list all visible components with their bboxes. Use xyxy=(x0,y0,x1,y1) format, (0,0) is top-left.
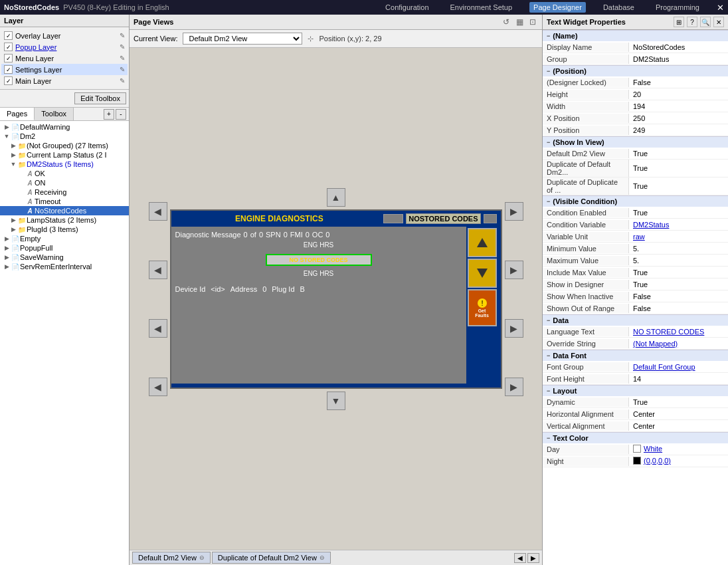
tree-remove-button[interactable]: - xyxy=(116,109,126,120)
section-name-label: (Name) xyxy=(553,32,577,40)
tree-item-plugid[interactable]: ▶ 📁 PlugId (3 Items) xyxy=(0,225,129,234)
nav-arrow-left-fourth[interactable]: ◀ xyxy=(149,378,167,396)
tree-item-receiving[interactable]: A Receiving xyxy=(0,187,129,197)
canvas-frame[interactable]: ENGINE DIAGNOSTICS NOSTORED CODES xyxy=(170,209,502,389)
btn-get-faults[interactable]: ! GetFaults xyxy=(468,289,497,326)
tab-nav-right[interactable]: ▶ xyxy=(527,553,539,563)
nav-arrow-right-fourth[interactable]: ▶ xyxy=(505,378,523,396)
day-swatch-box[interactable] xyxy=(633,445,641,453)
expand-servrementerinterval[interactable]: ▶ xyxy=(3,263,11,270)
tree-item-lampstatus[interactable]: ▶ 📁 LampStatus (2 Items) xyxy=(0,215,129,225)
section-layout-header[interactable]: − Layout xyxy=(543,385,728,396)
section-position-header[interactable]: − (Position) xyxy=(543,65,728,76)
nav-programming[interactable]: Programming xyxy=(652,2,703,13)
btn-down[interactable] xyxy=(468,259,497,288)
props-help-icon[interactable]: ? xyxy=(687,17,697,27)
layer-settings[interactable]: Settings Layer ✎ xyxy=(1,64,128,75)
layer-overlay-checkbox[interactable] xyxy=(4,31,13,40)
night-swatch-box[interactable] xyxy=(633,457,641,465)
grid-icon[interactable]: ▦ xyxy=(514,17,525,27)
close-button[interactable]: ✕ xyxy=(717,3,724,13)
expand-notgrouped[interactable]: ▶ xyxy=(9,142,17,149)
prop-font-group-value[interactable]: Default Font Group xyxy=(629,362,728,372)
nav-arrow-left-bottom[interactable]: ◀ xyxy=(149,261,167,279)
layer-main-edit-icon[interactable]: ✎ xyxy=(120,77,125,84)
selected-widget-display[interactable]: NO STORED CODES xyxy=(266,254,372,266)
layer-menu-edit-icon[interactable]: ✎ xyxy=(120,55,125,62)
nav-environment-setup[interactable]: Environment Setup xyxy=(446,2,517,13)
layer-main-checkbox[interactable] xyxy=(4,76,13,85)
view-tab-duplicate[interactable]: Duplicate of Default Dm2 View ⊖ xyxy=(212,552,331,564)
nav-configuration[interactable]: Configuration xyxy=(381,2,432,13)
layer-popup-checkbox[interactable] xyxy=(4,43,13,51)
btn-up[interactable] xyxy=(468,228,497,257)
nav-arrow-right-bottom[interactable]: ▶ xyxy=(505,261,523,279)
prop-language-text-value[interactable]: NO STORED CODES xyxy=(629,327,728,336)
props-grid-icon[interactable]: ⊞ xyxy=(674,17,684,27)
expand-currentlampstatus[interactable]: ▶ xyxy=(9,152,17,158)
expand-dm2[interactable]: ▼ xyxy=(3,133,11,140)
nav-arrow-left-top[interactable]: ◀ xyxy=(149,202,167,221)
expand-dm2status[interactable]: ▼ xyxy=(9,161,17,168)
expand-savewarning[interactable]: ▶ xyxy=(3,254,11,261)
layer-overlay[interactable]: Overlay Layer ✎ xyxy=(1,30,128,41)
nav-arrow-right-third[interactable]: ▶ xyxy=(505,319,523,338)
tree-item-currentlampstatus[interactable]: ▶ 📁 Current Lamp Status (2 I xyxy=(0,150,129,160)
prop-condition-variable-value[interactable]: DM2Status xyxy=(629,220,728,229)
layer-main[interactable]: Main Layer ✎ xyxy=(1,75,128,86)
tree-item-on[interactable]: A ON xyxy=(0,178,129,187)
nav-arrow-top[interactable]: ▲ xyxy=(327,188,345,207)
tab-toolbox[interactable]: Toolbox xyxy=(35,108,74,120)
refresh-icon[interactable]: ↺ xyxy=(501,17,511,27)
tab-pages[interactable]: Pages xyxy=(0,108,35,120)
night-color-link[interactable]: (0,0,0,0) xyxy=(644,457,671,465)
expand-empty[interactable]: ▶ xyxy=(3,235,11,242)
tree-item-empty[interactable]: ▶ 📄 Empty xyxy=(0,234,129,243)
expand-lampstatus[interactable]: ▶ xyxy=(9,217,17,223)
prop-override-string-value[interactable]: (Not Mapped) xyxy=(629,339,728,348)
tree-item-notgrouped[interactable]: ▶ 📁 (Not Grouped) (27 Items) xyxy=(0,141,129,150)
section-text-color-header[interactable]: − Text Color xyxy=(543,432,728,443)
expand-icon[interactable]: ⊡ xyxy=(527,17,538,27)
props-close-icon[interactable]: ✕ xyxy=(713,17,724,27)
tree-add-button[interactable]: + xyxy=(104,109,114,120)
tree-item-defaultwarning[interactable]: ▶ 📄 DefaultWarning xyxy=(0,122,129,132)
tree-item-popupfull[interactable]: ▶ 📄 PopupFull xyxy=(0,243,129,253)
nav-arrow-right-top[interactable]: ▶ xyxy=(505,202,523,221)
tree-item-ok[interactable]: A OK xyxy=(0,169,129,178)
section-data-header[interactable]: − Data xyxy=(543,314,728,326)
section-name-header[interactable]: − (Name) xyxy=(543,30,728,41)
current-view-select[interactable]: Default Dm2 View xyxy=(183,33,302,45)
layer-overlay-edit-icon[interactable]: ✎ xyxy=(120,32,125,39)
layer-menu[interactable]: Menu Layer ✎ xyxy=(1,53,128,64)
layer-popup-edit-icon[interactable]: ✎ xyxy=(120,43,125,51)
edit-toolbox-button[interactable]: Edit Toolbox xyxy=(74,92,126,104)
tree-item-timeout[interactable]: A Timeout xyxy=(0,197,129,206)
props-search-icon[interactable]: 🔍 xyxy=(700,17,711,27)
view-tab-default[interactable]: Default Dm2 View ⊖ xyxy=(132,552,211,564)
section-visible-condition-header[interactable]: − (Visible Condition) xyxy=(543,195,728,207)
expand-popupfull[interactable]: ▶ xyxy=(3,245,11,251)
nav-arrow-left-third[interactable]: ◀ xyxy=(149,319,167,338)
layer-popup[interactable]: Popup Layer ✎ xyxy=(1,41,128,53)
section-showinview-header[interactable]: − (Show In View) xyxy=(543,136,728,148)
nav-arrow-bottom[interactable]: ▼ xyxy=(327,392,345,410)
expand-plugid[interactable]: ▶ xyxy=(9,226,17,233)
tree-item-dm2[interactable]: ▼ 📄 Dm2 xyxy=(0,132,129,141)
prop-variable-unit-value[interactable]: raw xyxy=(629,232,728,241)
layer-settings-edit-icon[interactable]: ✎ xyxy=(120,66,125,73)
tree-item-dm2status[interactable]: ▼ 📁 DM2Status (5 Items) xyxy=(0,160,129,169)
nav-page-designer[interactable]: Page Designer xyxy=(529,2,586,13)
view-tab-default-close[interactable]: ⊖ xyxy=(199,554,205,561)
layer-menu-checkbox[interactable] xyxy=(4,54,13,62)
tree-item-nostoredcodes[interactable]: A NoStoredCodes xyxy=(0,206,129,215)
tab-nav-left[interactable]: ◀ xyxy=(514,553,526,563)
tree-item-servrementerinterval[interactable]: ▶ 📄 ServRemEnterInterval xyxy=(0,262,129,271)
tree-item-savewarning[interactable]: ▶ 📄 SaveWarning xyxy=(0,253,129,262)
section-data-font-header[interactable]: − Data Font xyxy=(543,350,728,361)
view-tab-duplicate-close[interactable]: ⊖ xyxy=(319,554,325,561)
nav-database[interactable]: Database xyxy=(599,2,638,13)
expand-defaultwarning[interactable]: ▶ xyxy=(3,124,11,130)
day-color-link[interactable]: White xyxy=(644,445,662,453)
layer-settings-checkbox[interactable] xyxy=(4,65,13,74)
